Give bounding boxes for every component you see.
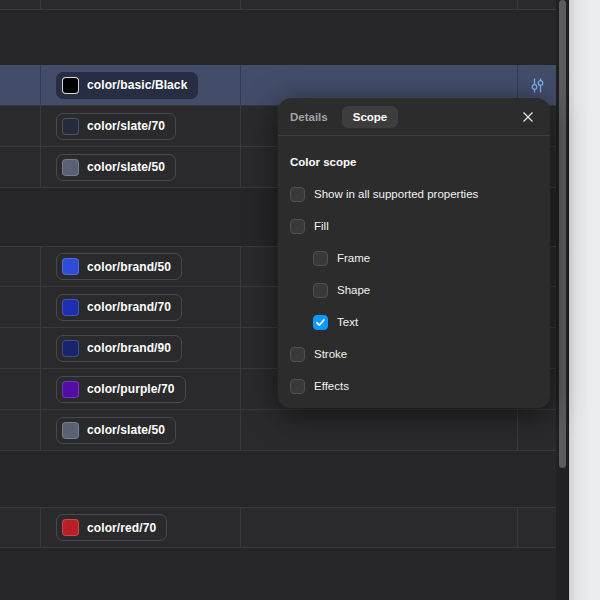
scrollbar-thumb[interactable] (559, 0, 566, 468)
color-swatch (62, 381, 79, 398)
table-row[interactable] (0, 0, 556, 10)
option-shape[interactable]: Shape (290, 274, 536, 306)
variable-chip[interactable]: color/slate/70 (56, 113, 176, 140)
color-swatch (62, 258, 79, 275)
color-swatch (62, 77, 79, 94)
table-row[interactable]: color/slate/50 (0, 410, 556, 451)
color-swatch (62, 118, 79, 135)
variable-scope-popup: Details Scope Color scope Show in all su… (278, 98, 550, 408)
variable-chip[interactable]: color/purple/70 (56, 376, 186, 403)
canvas-background (568, 0, 600, 600)
checkbox[interactable] (313, 315, 328, 330)
variable-chip[interactable]: color/slate/50 (56, 417, 176, 444)
variable-name: color/purple/70 (87, 382, 175, 396)
color-swatch (62, 340, 79, 357)
variable-name: color/brand/70 (87, 300, 171, 314)
variable-chip[interactable]: color/brand/90 (56, 335, 182, 362)
checkbox[interactable] (290, 379, 305, 394)
color-swatch (62, 159, 79, 176)
variable-name: color/basic/Black (87, 78, 187, 92)
option-stroke[interactable]: Stroke (290, 338, 536, 370)
scope-settings-button[interactable] (525, 73, 549, 97)
variable-name: color/slate/50 (87, 160, 165, 174)
checkbox[interactable] (290, 187, 305, 202)
option-label: Effects (314, 380, 349, 392)
option-label: Fill (314, 220, 329, 232)
close-icon (522, 111, 534, 123)
checkbox[interactable] (313, 251, 328, 266)
table-row[interactable]: color/red/70 (0, 507, 556, 548)
option-frame[interactable]: Frame (290, 242, 536, 274)
option-label: Stroke (314, 348, 347, 360)
option-effects[interactable]: Effects (290, 370, 536, 402)
variable-name: color/slate/50 (87, 423, 165, 437)
color-swatch (62, 299, 79, 316)
option-label: Shape (337, 284, 370, 296)
sliders-icon (528, 76, 547, 95)
scope-options: Show in all supported properties Fill Fr… (290, 178, 536, 402)
variable-chip[interactable]: color/basic/Black (56, 72, 198, 99)
popup-header: Details Scope (278, 98, 550, 136)
variable-chip[interactable]: color/brand/50 (56, 253, 182, 280)
close-button[interactable] (516, 105, 540, 129)
scrollbar-track[interactable] (556, 0, 568, 600)
section-title: Color scope (290, 155, 536, 169)
variable-name: color/brand/90 (87, 341, 171, 355)
option-fill[interactable]: Fill (290, 210, 536, 242)
checkbox[interactable] (313, 283, 328, 298)
variable-name: color/red/70 (87, 521, 156, 535)
variable-chip[interactable]: color/slate/50 (56, 154, 176, 181)
tab-scope[interactable]: Scope (342, 106, 399, 128)
option-label: Text (337, 316, 358, 328)
variable-name: color/slate/70 (87, 119, 165, 133)
option-show-all[interactable]: Show in all supported properties (290, 178, 536, 210)
checkbox[interactable] (290, 347, 305, 362)
variable-name: color/brand/50 (87, 260, 171, 274)
option-label: Frame (337, 252, 370, 264)
checkbox[interactable] (290, 219, 305, 234)
color-swatch (62, 519, 79, 536)
check-icon (315, 317, 326, 328)
option-label: Show in all supported properties (314, 188, 478, 200)
variable-chip[interactable]: color/brand/70 (56, 294, 182, 321)
color-swatch (62, 422, 79, 439)
popup-body: Color scope Show in all supported proper… (278, 136, 550, 402)
tab-details[interactable]: Details (290, 111, 328, 123)
variable-chip[interactable]: color/red/70 (56, 514, 167, 541)
option-text[interactable]: Text (290, 306, 536, 338)
